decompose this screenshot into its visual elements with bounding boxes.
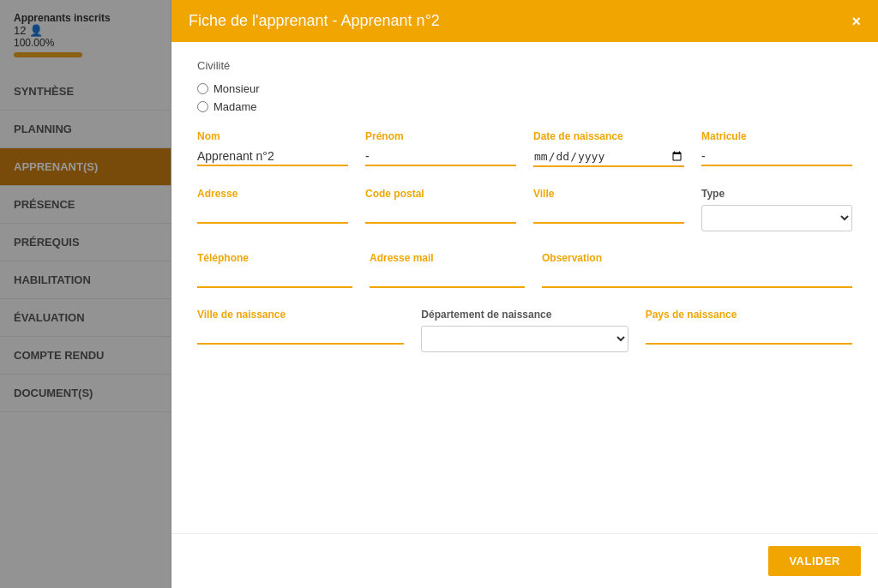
adresse-input[interactable]	[197, 205, 348, 224]
field-observation: Observation	[542, 252, 852, 288]
field-date-naissance: Date de naissance	[533, 130, 684, 167]
field-adresse-mail: Adresse mail	[370, 252, 525, 288]
field-code-postal: Code postal	[365, 188, 516, 231]
field-type: Type	[701, 188, 852, 231]
matricule-input[interactable]	[701, 147, 852, 166]
field-ville: Ville	[533, 188, 684, 231]
type-label: Type	[701, 188, 852, 200]
ville-label: Ville	[533, 188, 684, 200]
ville-naissance-label: Ville de naissance	[197, 309, 404, 321]
dept-naissance-select[interactable]	[421, 326, 628, 352]
radio-madame-input[interactable]	[197, 101, 208, 112]
nom-input[interactable]	[197, 147, 348, 166]
civilite-radio-group: Monsieur Madame	[197, 82, 852, 113]
field-telephone: Téléphone	[197, 252, 352, 288]
date-naissance-input[interactable]	[533, 147, 684, 167]
radio-monsieur-input[interactable]	[197, 83, 208, 94]
date-naissance-label: Date de naissance	[533, 130, 684, 142]
radio-monsieur[interactable]: Monsieur	[197, 82, 852, 95]
form-row-2: Adresse Code postal Ville Type	[197, 188, 852, 231]
pays-naissance-input[interactable]	[646, 326, 852, 345]
field-nom: Nom	[197, 130, 348, 167]
modal-footer: VALIDER	[171, 533, 878, 588]
adresse-label: Adresse	[197, 188, 348, 200]
field-prenom: Prénom	[365, 130, 516, 167]
field-adresse: Adresse	[197, 188, 348, 231]
field-matricule: Matricule	[701, 130, 852, 167]
civilite-label: Civilité	[197, 59, 852, 72]
modal-body: Civilité Monsieur Madame Nom Prénom Date	[171, 42, 878, 533]
modal-close-button[interactable]: ×	[851, 14, 861, 29]
field-ville-naissance: Ville de naissance	[197, 309, 404, 352]
radio-madame[interactable]: Madame	[197, 100, 852, 113]
form-row-3: Téléphone Adresse mail Observation	[197, 252, 852, 288]
telephone-label: Téléphone	[197, 252, 352, 264]
pays-naissance-label: Pays de naissance	[646, 309, 852, 321]
ville-input[interactable]	[533, 205, 684, 224]
field-dept-naissance: Département de naissance	[421, 309, 628, 352]
matricule-label: Matricule	[701, 130, 852, 142]
adresse-mail-label: Adresse mail	[370, 252, 525, 264]
modal-fiche-apprenant: Fiche de l'apprenant - Apprenant n°2 × C…	[171, 0, 878, 588]
nom-label: Nom	[197, 130, 348, 142]
valider-button[interactable]: VALIDER	[768, 546, 861, 576]
modal-title: Fiche de l'apprenant - Apprenant n°2	[189, 12, 440, 30]
form-row-4: Ville de naissance Département de naissa…	[197, 309, 852, 352]
code-postal-input[interactable]	[365, 205, 516, 224]
prenom-input[interactable]	[365, 147, 516, 166]
form-row-1: Nom Prénom Date de naissance Matricule	[197, 130, 852, 167]
type-select[interactable]	[701, 205, 852, 231]
ville-naissance-input[interactable]	[197, 326, 404, 345]
radio-monsieur-label: Monsieur	[213, 82, 259, 95]
adresse-mail-input[interactable]	[370, 269, 525, 288]
observation-input[interactable]	[542, 269, 852, 288]
observation-label: Observation	[542, 252, 852, 264]
prenom-label: Prénom	[365, 130, 516, 142]
telephone-input[interactable]	[197, 269, 352, 288]
code-postal-label: Code postal	[365, 188, 516, 200]
radio-madame-label: Madame	[213, 100, 257, 113]
field-pays-naissance: Pays de naissance	[646, 309, 852, 352]
modal-header: Fiche de l'apprenant - Apprenant n°2 ×	[171, 0, 878, 42]
dept-naissance-label: Département de naissance	[421, 309, 628, 321]
